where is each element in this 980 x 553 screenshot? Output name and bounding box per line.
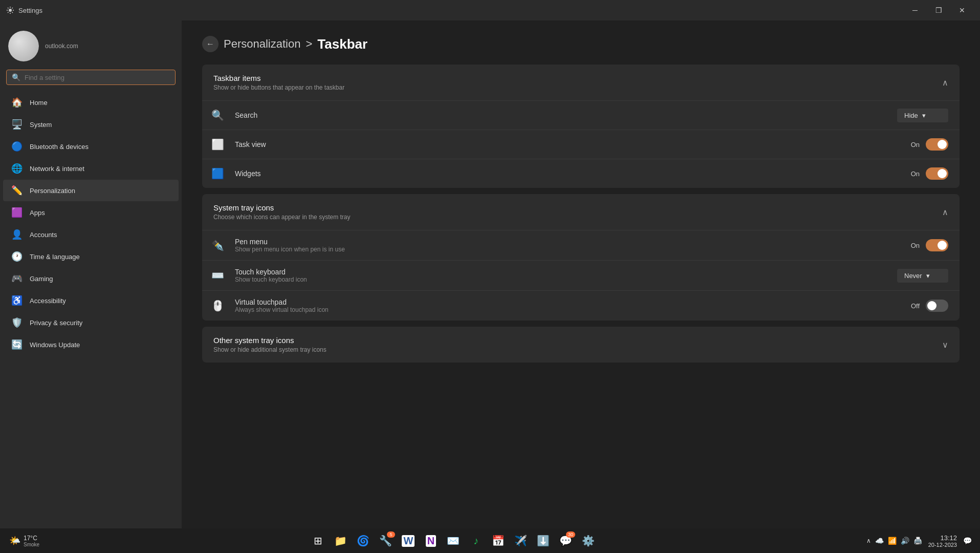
update-icon: 🔄 bbox=[11, 339, 23, 350]
minimize-button[interactable]: ─ bbox=[903, 0, 927, 20]
taskbar-app-spotify[interactable]: ♪ bbox=[466, 530, 486, 551]
weather-temp: 17°C bbox=[24, 535, 39, 542]
sidebar-item-privacy[interactable]: 🛡️Privacy & security bbox=[3, 312, 179, 333]
section-title-system-tray: System tray icons bbox=[213, 203, 350, 212]
bluetooth-icon: 🔵 bbox=[11, 141, 23, 152]
back-button[interactable]: ← bbox=[202, 36, 219, 52]
search-box[interactable]: 🔍 bbox=[6, 70, 176, 85]
sidebar-label-accounts: Accounts bbox=[30, 231, 57, 239]
sidebar-item-accessibility[interactable]: ♿Accessibility bbox=[3, 290, 179, 311]
sidebar-item-bluetooth[interactable]: 🔵Bluetooth & devices bbox=[3, 136, 179, 157]
sidebar-item-network[interactable]: 🌐Network & internet bbox=[3, 158, 179, 179]
close-button[interactable]: ✕ bbox=[950, 0, 974, 20]
setting-row-search: 🔍SearchHide▾ bbox=[202, 100, 960, 130]
maximize-button[interactable]: ❒ bbox=[927, 0, 950, 20]
search-input[interactable] bbox=[25, 74, 170, 81]
dropdown-search[interactable]: Hide▾ bbox=[897, 109, 948, 122]
toggle-task-view[interactable] bbox=[926, 138, 948, 151]
nav-list: 🏠Home🖥️System🔵Bluetooth & devices🌐Networ… bbox=[0, 91, 182, 356]
main-content: ← Personalization > Taskbar Taskbar item… bbox=[182, 20, 980, 553]
window-controls: ─ ❒ ✕ bbox=[903, 0, 974, 20]
taskbar-app-mail[interactable]: ✉️ bbox=[443, 530, 464, 551]
clock-time: 13:12 bbox=[928, 534, 957, 542]
weather-widget[interactable]: 🌤️ 17°C Smoke bbox=[4, 535, 45, 547]
section-subtitle-taskbar-items: Show or hide buttons that appear on the … bbox=[213, 84, 344, 91]
setting-sublabel-virtual-touchpad: Always show virtual touchpad icon bbox=[235, 306, 904, 313]
setting-label-virtual-touchpad: Virtual touchpad bbox=[235, 298, 904, 306]
setting-row-pen-menu: ✒️Pen menuShow pen menu icon when pen is… bbox=[202, 230, 960, 260]
setting-label-search: Search bbox=[235, 111, 890, 119]
volume-icon[interactable]: 🔊 bbox=[901, 537, 909, 545]
sidebar-label-update: Windows Update bbox=[30, 341, 80, 349]
toggle-pen-menu[interactable] bbox=[926, 239, 948, 251]
taskbar-app-whatsapp[interactable]: 💬30 bbox=[556, 530, 576, 551]
clock-date: 20-12-2023 bbox=[928, 542, 957, 548]
taskbar-app-download[interactable]: ⬇️ bbox=[533, 530, 554, 551]
taskbar-app-start[interactable]: ⊞ bbox=[308, 530, 329, 551]
toggle-label-virtual-touchpad: Off bbox=[911, 302, 920, 310]
sidebar-item-apps[interactable]: 🟪Apps bbox=[3, 202, 179, 223]
touch-keyboard-icon: ⌨️ bbox=[210, 268, 225, 283]
sidebar-item-time[interactable]: 🕐Time & language bbox=[3, 246, 179, 267]
toggle-widgets[interactable] bbox=[926, 167, 948, 180]
app-container: outlook.com 🔍 🏠Home🖥️System🔵Bluetooth & … bbox=[0, 20, 980, 553]
taskbar-app-explorer[interactable]: 📁 bbox=[331, 530, 351, 551]
toggle-label-widgets: On bbox=[911, 170, 920, 178]
setting-label-pen-menu: Pen menu bbox=[235, 238, 904, 246]
gaming-icon: 🎮 bbox=[11, 273, 23, 284]
dropdown-chevron-search-icon: ▾ bbox=[922, 112, 926, 119]
sidebar-item-home[interactable]: 🏠Home bbox=[3, 92, 179, 113]
setting-label-task-view: Task view bbox=[235, 140, 904, 148]
dropdown-value-touch-keyboard: Never bbox=[904, 272, 922, 280]
cloud-icon[interactable]: ☁️ bbox=[875, 537, 884, 545]
sidebar-item-system[interactable]: 🖥️System bbox=[3, 114, 179, 135]
taskbar-apps: ⊞📁🌀🔧5WN✉️♪📅✈️⬇️💬30⚙️ bbox=[45, 530, 862, 551]
clock[interactable]: 13:12 20-12-2023 bbox=[925, 534, 960, 548]
toggle-row-task-view: On bbox=[911, 138, 948, 151]
section-header-system-tray[interactable]: System tray iconsChoose which icons can … bbox=[202, 194, 960, 230]
sidebar-label-network: Network & internet bbox=[30, 165, 84, 173]
taskbar-app-onenote[interactable]: N bbox=[421, 530, 441, 551]
sidebar-label-gaming: Gaming bbox=[30, 275, 53, 283]
section-header-taskbar-items[interactable]: Taskbar itemsShow or hide buttons that a… bbox=[202, 65, 960, 100]
chevron-icon[interactable]: ∧ bbox=[866, 537, 871, 544]
toggle-row-widgets: On bbox=[911, 167, 948, 180]
weather-icon: 🌤️ bbox=[9, 535, 20, 546]
taskbar-app-gear[interactable]: ⚙️ bbox=[578, 530, 599, 551]
printer-icon[interactable]: 🖨️ bbox=[913, 537, 922, 545]
explorer-icon: 📁 bbox=[334, 535, 347, 547]
search-icon: 🔍 bbox=[210, 108, 225, 122]
chevron-other-tray-icons-icon: ∨ bbox=[942, 340, 948, 350]
setting-label-touch-keyboard: Touch keyboard bbox=[235, 268, 890, 276]
notification-icon[interactable]: 💬 bbox=[963, 537, 972, 545]
taskbar-app-edge[interactable]: 🌀 bbox=[353, 530, 374, 551]
pen-menu-icon: ✒️ bbox=[210, 238, 225, 252]
start-icon: ⊞ bbox=[314, 535, 322, 547]
virtual-touchpad-icon: 🖱️ bbox=[210, 299, 225, 313]
section-subtitle-other-tray-icons: Show or hide additional system tray icon… bbox=[213, 346, 326, 353]
setting-sublabel-pen-menu: Show pen menu icon when pen is in use bbox=[235, 246, 904, 253]
avatar bbox=[8, 31, 39, 61]
privacy-icon: 🛡️ bbox=[11, 317, 23, 328]
breadcrumb-parent: Personalization bbox=[224, 37, 300, 51]
sidebar-item-accounts[interactable]: 👤Accounts bbox=[3, 224, 179, 245]
settings-app-icon bbox=[6, 6, 14, 14]
taskbar-app-calendar[interactable]: 📅 bbox=[488, 530, 509, 551]
toggle-knob-virtual-touchpad bbox=[927, 301, 937, 310]
toggle-virtual-touchpad[interactable] bbox=[926, 300, 948, 312]
section-system-tray: System tray iconsChoose which icons can … bbox=[202, 194, 960, 321]
user-profile: outlook.com bbox=[0, 20, 182, 70]
dropdown-touch-keyboard[interactable]: Never▾ bbox=[897, 269, 948, 283]
wifi-icon[interactable]: 📶 bbox=[888, 537, 897, 545]
search-container: 🔍 bbox=[0, 70, 182, 91]
section-header-other-tray-icons[interactable]: Other system tray iconsShow or hide addi… bbox=[202, 327, 960, 363]
system-icon: 🖥️ bbox=[11, 119, 23, 130]
taskbar-app-telegram[interactable]: ✈️ bbox=[511, 530, 531, 551]
sidebar-item-personalization[interactable]: ✏️Personalization bbox=[3, 180, 179, 201]
taskbar-app-azure-devops[interactable]: 🔧5 bbox=[376, 530, 396, 551]
edge-icon: 🌀 bbox=[357, 535, 369, 547]
taskbar-app-word[interactable]: W bbox=[398, 530, 419, 551]
sidebar-item-update[interactable]: 🔄Windows Update bbox=[3, 334, 179, 355]
sidebar-item-gaming[interactable]: 🎮Gaming bbox=[3, 268, 179, 289]
telegram-icon: ✈️ bbox=[514, 535, 527, 547]
